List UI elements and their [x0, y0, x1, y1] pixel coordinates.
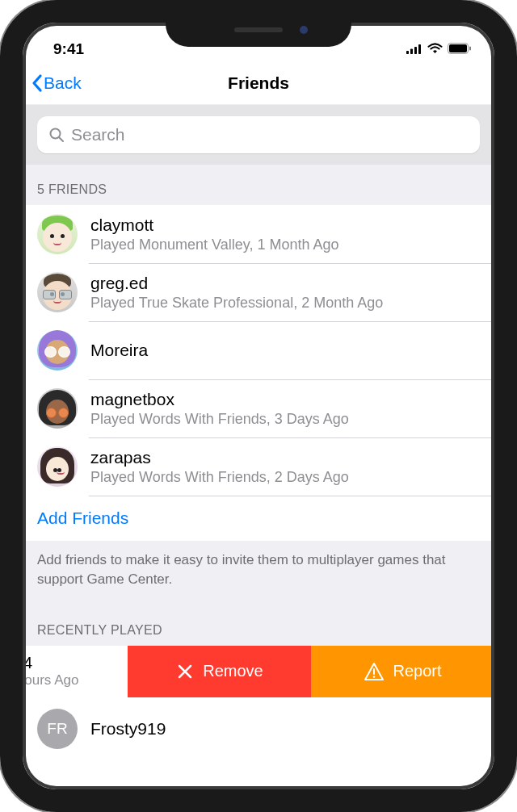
close-icon	[175, 662, 195, 681]
cellular-icon	[406, 40, 422, 58]
swiped-row[interactable]: 74 Hours Ago Remove Report	[23, 646, 494, 697]
search-container	[23, 105, 494, 165]
battery-icon	[448, 40, 472, 58]
content[interactable]: 5 FRIENDS claymott Played Monument Valle…	[23, 165, 494, 749]
friends-list: claymott Played Monument Valley, 1 Month…	[23, 205, 494, 496]
add-friends-hint: Add friends to make it easy to invite th…	[23, 541, 494, 605]
friend-subtitle: Played Words With Friends, 3 Days Ago	[90, 410, 480, 429]
page-title: Friends	[228, 73, 289, 93]
recent-section-header: RECENTLY PLAYED	[23, 605, 494, 646]
avatar	[37, 272, 78, 312]
avatar-initials: FR	[37, 709, 78, 749]
svg-rect-0	[406, 51, 409, 54]
back-button[interactable]: Back	[23, 73, 82, 93]
friend-name: magnetbox	[90, 388, 480, 410]
nav-bar: Back Friends	[23, 61, 494, 105]
remove-label: Remove	[203, 662, 263, 680]
friend-subtitle: Played True Skate Professional, 2 Month …	[90, 294, 480, 312]
friends-section-header: 5 FRIENDS	[23, 165, 494, 205]
search-icon	[48, 127, 65, 143]
svg-rect-5	[449, 44, 467, 52]
chevron-left-icon	[31, 73, 44, 93]
friend-row[interactable]: Moreira	[23, 321, 494, 379]
svg-rect-3	[418, 44, 421, 54]
search-input[interactable]	[71, 125, 469, 144]
friend-name: claymott	[90, 214, 480, 236]
back-label: Back	[44, 73, 82, 93]
friend-name: Moreira	[90, 339, 480, 361]
report-label: Report	[393, 662, 441, 680]
swiped-sub-fragment: Hours Ago	[23, 672, 128, 689]
avatar	[37, 446, 78, 487]
friend-name: greg.ed	[90, 272, 480, 294]
avatar	[37, 214, 78, 254]
friend-row[interactable]: claymott Played Monument Valley, 1 Month…	[23, 205, 494, 263]
swiped-name-fragment: 74	[23, 654, 128, 672]
search-field[interactable]	[37, 116, 480, 153]
recent-row[interactable]: FR Frosty919	[23, 697, 494, 749]
swiped-row-content: 74 Hours Ago	[23, 646, 128, 697]
svg-rect-2	[414, 47, 417, 54]
friend-subtitle: Played Monument Valley, 1 Month Ago	[90, 236, 480, 254]
phone-notch	[166, 8, 351, 47]
wifi-icon	[427, 40, 443, 58]
svg-line-8	[59, 137, 63, 141]
recent-name: Frosty919	[90, 718, 480, 739]
svg-rect-1	[410, 49, 413, 55]
svg-point-10	[373, 676, 376, 678]
add-friends-button[interactable]: Add Friends	[23, 496, 494, 541]
svg-rect-6	[469, 47, 471, 51]
friend-row[interactable]: greg.ed Played True Skate Professional, …	[23, 263, 494, 321]
status-indicators	[406, 40, 472, 58]
screen: 9:41 Back Friends 5 FRIENDS claymott Pla…	[23, 23, 494, 812]
friend-name: zarapas	[90, 446, 480, 468]
friend-subtitle: Played Words With Friends, 2 Days Ago	[90, 468, 480, 487]
warning-icon	[364, 662, 385, 681]
friend-row[interactable]: magnetbox Played Words With Friends, 3 D…	[23, 379, 494, 437]
report-button[interactable]: Report	[311, 646, 494, 697]
friend-row[interactable]: zarapas Played Words With Friends, 2 Day…	[23, 437, 494, 496]
remove-button[interactable]: Remove	[128, 646, 311, 697]
avatar	[37, 330, 78, 370]
avatar	[37, 388, 78, 429]
status-time: 9:41	[53, 40, 84, 58]
